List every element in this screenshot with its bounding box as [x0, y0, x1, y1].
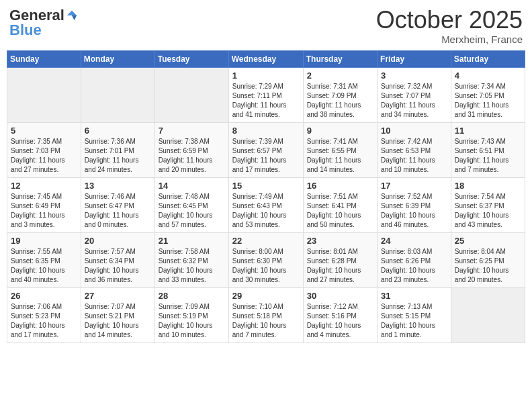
day-info: Sunrise: 7:12 AM Sunset: 5:16 PM Dayligh…	[307, 302, 373, 340]
calendar-week-row: 26Sunrise: 7:06 AM Sunset: 5:23 PM Dayli…	[7, 287, 525, 342]
calendar-cell: 7Sunrise: 7:38 AM Sunset: 6:59 PM Daylig…	[154, 122, 228, 177]
logo-blue: Blue	[9, 21, 42, 39]
calendar-cell: 21Sunrise: 7:58 AM Sunset: 6:32 PM Dayli…	[154, 232, 228, 287]
weekday-header: Friday	[378, 50, 451, 67]
calendar-cell: 11Sunrise: 7:43 AM Sunset: 6:51 PM Dayli…	[451, 122, 525, 177]
day-number: 16	[307, 181, 373, 191]
calendar-week-row: 5Sunrise: 7:35 AM Sunset: 7:03 PM Daylig…	[7, 122, 525, 177]
calendar-cell: 24Sunrise: 8:03 AM Sunset: 6:26 PM Dayli…	[378, 232, 451, 287]
title-area: October 2025 Merxheim, France	[376, 7, 523, 45]
day-info: Sunrise: 8:00 AM Sunset: 6:30 PM Dayligh…	[232, 247, 300, 285]
weekday-header: Thursday	[303, 50, 377, 67]
day-info: Sunrise: 7:58 AM Sunset: 6:32 PM Dayligh…	[159, 247, 225, 285]
day-info: Sunrise: 7:06 AM Sunset: 5:23 PM Dayligh…	[11, 302, 77, 340]
day-info: Sunrise: 7:29 AM Sunset: 7:11 PM Dayligh…	[232, 82, 300, 120]
calendar-cell: 30Sunrise: 7:12 AM Sunset: 5:16 PM Dayli…	[303, 287, 377, 342]
calendar-cell: 1Sunrise: 7:29 AM Sunset: 7:11 PM Daylig…	[228, 67, 303, 122]
calendar-cell: 18Sunrise: 7:54 AM Sunset: 6:37 PM Dayli…	[451, 177, 525, 232]
calendar-cell: 2Sunrise: 7:31 AM Sunset: 7:09 PM Daylig…	[303, 67, 377, 122]
calendar-cell: 22Sunrise: 8:00 AM Sunset: 6:30 PM Dayli…	[228, 232, 303, 287]
weekday-header: Saturday	[451, 50, 525, 67]
day-info: Sunrise: 7:57 AM Sunset: 6:34 PM Dayligh…	[85, 247, 151, 285]
day-number: 5	[11, 126, 77, 136]
day-number: 2	[307, 71, 373, 81]
day-info: Sunrise: 7:43 AM Sunset: 6:51 PM Dayligh…	[455, 137, 521, 175]
calendar-cell	[81, 67, 154, 122]
day-info: Sunrise: 8:04 AM Sunset: 6:25 PM Dayligh…	[455, 247, 521, 285]
calendar-week-row: 1Sunrise: 7:29 AM Sunset: 7:11 PM Daylig…	[7, 67, 525, 122]
day-number: 30	[307, 291, 373, 301]
day-number: 25	[455, 236, 521, 246]
day-number: 1	[232, 71, 300, 81]
day-number: 17	[381, 181, 447, 191]
calendar-week-row: 19Sunrise: 7:55 AM Sunset: 6:35 PM Dayli…	[7, 232, 525, 287]
day-info: Sunrise: 7:39 AM Sunset: 6:57 PM Dayligh…	[232, 137, 300, 175]
day-number: 28	[159, 291, 225, 301]
day-number: 13	[85, 181, 151, 191]
month-title: October 2025	[376, 7, 523, 34]
day-number: 31	[381, 291, 447, 301]
calendar-cell: 26Sunrise: 7:06 AM Sunset: 5:23 PM Dayli…	[7, 287, 81, 342]
svg-marker-0	[67, 11, 77, 15]
calendar-cell: 15Sunrise: 7:49 AM Sunset: 6:43 PM Dayli…	[228, 177, 303, 232]
weekday-header: Tuesday	[154, 50, 228, 67]
day-info: Sunrise: 7:41 AM Sunset: 6:55 PM Dayligh…	[307, 137, 373, 175]
calendar-cell: 10Sunrise: 7:42 AM Sunset: 6:53 PM Dayli…	[378, 122, 451, 177]
weekday-header: Monday	[81, 50, 154, 67]
day-info: Sunrise: 7:46 AM Sunset: 6:47 PM Dayligh…	[85, 192, 151, 230]
day-info: Sunrise: 7:48 AM Sunset: 6:45 PM Dayligh…	[159, 192, 225, 230]
day-info: Sunrise: 7:35 AM Sunset: 7:03 PM Dayligh…	[11, 137, 77, 175]
calendar-cell: 23Sunrise: 8:01 AM Sunset: 6:28 PM Dayli…	[303, 232, 377, 287]
day-number: 19	[11, 236, 77, 246]
calendar-cell: 16Sunrise: 7:51 AM Sunset: 6:41 PM Dayli…	[303, 177, 377, 232]
calendar-cell: 28Sunrise: 7:09 AM Sunset: 5:19 PM Dayli…	[154, 287, 228, 342]
day-number: 23	[307, 236, 373, 246]
day-number: 14	[159, 181, 225, 191]
day-info: Sunrise: 7:36 AM Sunset: 7:01 PM Dayligh…	[85, 137, 151, 175]
calendar-cell: 20Sunrise: 7:57 AM Sunset: 6:34 PM Dayli…	[81, 232, 154, 287]
day-number: 6	[85, 126, 151, 136]
day-info: Sunrise: 7:54 AM Sunset: 6:37 PM Dayligh…	[455, 192, 521, 230]
day-info: Sunrise: 8:03 AM Sunset: 6:26 PM Dayligh…	[381, 247, 447, 285]
day-number: 24	[381, 236, 447, 246]
day-info: Sunrise: 7:45 AM Sunset: 6:49 PM Dayligh…	[11, 192, 77, 230]
weekday-header: Wednesday	[228, 50, 303, 67]
calendar-cell: 3Sunrise: 7:32 AM Sunset: 7:07 PM Daylig…	[378, 67, 451, 122]
day-number: 29	[232, 291, 300, 301]
day-number: 9	[307, 126, 373, 136]
calendar-cell: 8Sunrise: 7:39 AM Sunset: 6:57 PM Daylig…	[228, 122, 303, 177]
day-info: Sunrise: 7:38 AM Sunset: 6:59 PM Dayligh…	[159, 137, 225, 175]
day-number: 15	[232, 181, 300, 191]
weekday-header-row: SundayMondayTuesdayWednesdayThursdayFrid…	[7, 50, 525, 67]
logo: General Blue	[9, 7, 78, 39]
day-number: 21	[159, 236, 225, 246]
calendar: SundayMondayTuesdayWednesdayThursdayFrid…	[7, 50, 525, 343]
day-info: Sunrise: 7:34 AM Sunset: 7:05 PM Dayligh…	[455, 82, 521, 120]
calendar-cell: 14Sunrise: 7:48 AM Sunset: 6:45 PM Dayli…	[154, 177, 228, 232]
calendar-cell: 25Sunrise: 8:04 AM Sunset: 6:25 PM Dayli…	[451, 232, 525, 287]
day-info: Sunrise: 7:49 AM Sunset: 6:43 PM Dayligh…	[232, 192, 300, 230]
calendar-cell: 4Sunrise: 7:34 AM Sunset: 7:05 PM Daylig…	[451, 67, 525, 122]
day-info: Sunrise: 7:52 AM Sunset: 6:39 PM Dayligh…	[381, 192, 447, 230]
day-number: 4	[455, 71, 521, 81]
day-info: Sunrise: 7:09 AM Sunset: 5:19 PM Dayligh…	[159, 302, 225, 340]
calendar-cell: 12Sunrise: 7:45 AM Sunset: 6:49 PM Dayli…	[7, 177, 81, 232]
day-number: 22	[232, 236, 300, 246]
day-number: 11	[455, 126, 521, 136]
day-number: 18	[455, 181, 521, 191]
weekday-header: Sunday	[7, 50, 81, 67]
day-info: Sunrise: 7:51 AM Sunset: 6:41 PM Dayligh…	[307, 192, 373, 230]
calendar-cell: 5Sunrise: 7:35 AM Sunset: 7:03 PM Daylig…	[7, 122, 81, 177]
day-number: 10	[381, 126, 447, 136]
calendar-cell	[154, 67, 228, 122]
day-info: Sunrise: 8:01 AM Sunset: 6:28 PM Dayligh…	[307, 247, 373, 285]
calendar-cell	[451, 287, 525, 342]
svg-marker-1	[72, 15, 77, 20]
logo-icon	[66, 9, 78, 21]
calendar-cell: 13Sunrise: 7:46 AM Sunset: 6:47 PM Dayli…	[81, 177, 154, 232]
day-number: 8	[232, 126, 300, 136]
day-info: Sunrise: 7:10 AM Sunset: 5:18 PM Dayligh…	[232, 302, 300, 340]
page-header: General Blue October 2025 Merxheim, Fran…	[7, 7, 525, 45]
day-number: 12	[11, 181, 77, 191]
day-number: 27	[85, 291, 151, 301]
